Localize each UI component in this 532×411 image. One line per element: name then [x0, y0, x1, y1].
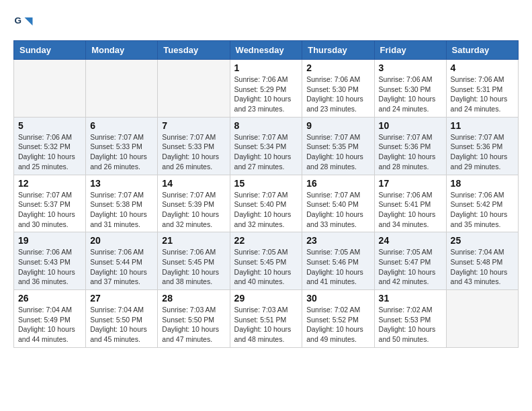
- day-number: 21: [162, 235, 225, 246]
- day-cell-28: 28Sunrise: 7:03 AM Sunset: 5:50 PM Dayli…: [158, 290, 230, 348]
- day-cell-5: 5Sunrise: 7:06 AM Sunset: 5:32 PM Daylig…: [14, 117, 86, 175]
- day-info: Sunrise: 7:06 AM Sunset: 5:31 PM Dayligh…: [451, 75, 514, 114]
- day-cell-18: 18Sunrise: 7:06 AM Sunset: 5:42 PM Dayli…: [446, 175, 518, 232]
- day-cell-26: 26Sunrise: 7:04 AM Sunset: 5:49 PM Dayli…: [14, 290, 86, 348]
- day-number: 23: [306, 235, 369, 246]
- weekday-header-thursday: Thursday: [302, 41, 374, 60]
- day-number: 5: [18, 120, 81, 131]
- day-info: Sunrise: 7:07 AM Sunset: 5:36 PM Dayligh…: [379, 132, 442, 172]
- day-info: Sunrise: 7:03 AM Sunset: 5:51 PM Dayligh…: [234, 305, 298, 345]
- day-info: Sunrise: 7:06 AM Sunset: 5:30 PM Dayligh…: [306, 75, 369, 114]
- day-number: 22: [234, 235, 298, 246]
- empty-cell: [86, 60, 158, 118]
- day-info: Sunrise: 7:05 AM Sunset: 5:47 PM Dayligh…: [379, 247, 442, 287]
- logo-icon: G: [13, 13, 34, 34]
- day-number: 3: [379, 62, 442, 73]
- day-number: 10: [379, 120, 442, 131]
- week-row-5: 26Sunrise: 7:04 AM Sunset: 5:49 PM Dayli…: [14, 290, 519, 348]
- day-info: Sunrise: 7:07 AM Sunset: 5:40 PM Dayligh…: [306, 190, 369, 230]
- day-number: 4: [451, 62, 514, 73]
- day-info: Sunrise: 7:07 AM Sunset: 5:36 PM Dayligh…: [451, 132, 514, 172]
- day-cell-7: 7Sunrise: 7:07 AM Sunset: 5:33 PM Daylig…: [158, 117, 230, 175]
- day-cell-21: 21Sunrise: 7:06 AM Sunset: 5:45 PM Dayli…: [158, 232, 230, 290]
- weekday-header-tuesday: Tuesday: [158, 41, 230, 60]
- calendar: SundayMondayTuesdayWednesdayThursdayFrid…: [13, 40, 519, 348]
- day-info: Sunrise: 7:02 AM Sunset: 5:53 PM Dayligh…: [379, 305, 442, 345]
- day-info: Sunrise: 7:06 AM Sunset: 5:44 PM Dayligh…: [90, 247, 153, 287]
- day-cell-6: 6Sunrise: 7:07 AM Sunset: 5:33 PM Daylig…: [86, 117, 158, 175]
- day-cell-10: 10Sunrise: 7:07 AM Sunset: 5:36 PM Dayli…: [374, 117, 446, 175]
- day-cell-9: 9Sunrise: 7:07 AM Sunset: 5:35 PM Daylig…: [302, 117, 374, 175]
- day-number: 17: [379, 178, 442, 189]
- day-info: Sunrise: 7:04 AM Sunset: 5:49 PM Dayligh…: [18, 305, 81, 345]
- day-info: Sunrise: 7:06 AM Sunset: 5:30 PM Dayligh…: [379, 75, 442, 114]
- day-cell-27: 27Sunrise: 7:04 AM Sunset: 5:50 PM Dayli…: [86, 290, 158, 348]
- logo: G: [13, 13, 36, 34]
- day-info: Sunrise: 7:07 AM Sunset: 5:38 PM Dayligh…: [90, 190, 153, 230]
- day-number: 16: [306, 178, 369, 189]
- day-cell-2: 2Sunrise: 7:06 AM Sunset: 5:30 PM Daylig…: [302, 60, 374, 118]
- day-number: 30: [306, 293, 369, 304]
- day-info: Sunrise: 7:07 AM Sunset: 5:35 PM Dayligh…: [306, 132, 369, 172]
- day-cell-12: 12Sunrise: 7:07 AM Sunset: 5:37 PM Dayli…: [14, 175, 86, 232]
- day-info: Sunrise: 7:07 AM Sunset: 5:34 PM Dayligh…: [234, 132, 298, 172]
- day-number: 13: [90, 178, 153, 189]
- day-number: 2: [306, 62, 369, 73]
- day-number: 25: [451, 235, 514, 246]
- day-number: 8: [234, 120, 298, 131]
- day-info: Sunrise: 7:06 AM Sunset: 5:42 PM Dayligh…: [451, 190, 514, 230]
- empty-cell: [446, 290, 518, 348]
- day-cell-16: 16Sunrise: 7:07 AM Sunset: 5:40 PM Dayli…: [302, 175, 374, 232]
- day-cell-17: 17Sunrise: 7:06 AM Sunset: 5:41 PM Dayli…: [374, 175, 446, 232]
- weekday-header-wednesday: Wednesday: [230, 41, 302, 60]
- day-cell-4: 4Sunrise: 7:06 AM Sunset: 5:31 PM Daylig…: [446, 60, 518, 118]
- day-cell-15: 15Sunrise: 7:07 AM Sunset: 5:40 PM Dayli…: [230, 175, 302, 232]
- day-number: 9: [306, 120, 369, 131]
- day-number: 12: [18, 178, 81, 189]
- day-cell-13: 13Sunrise: 7:07 AM Sunset: 5:38 PM Dayli…: [86, 175, 158, 232]
- day-cell-3: 3Sunrise: 7:06 AM Sunset: 5:30 PM Daylig…: [374, 60, 446, 118]
- day-number: 27: [90, 293, 153, 304]
- day-info: Sunrise: 7:04 AM Sunset: 5:48 PM Dayligh…: [451, 247, 514, 287]
- day-number: 6: [90, 120, 153, 131]
- weekday-header-row: SundayMondayTuesdayWednesdayThursdayFrid…: [14, 41, 519, 60]
- day-cell-11: 11Sunrise: 7:07 AM Sunset: 5:36 PM Dayli…: [446, 117, 518, 175]
- day-cell-14: 14Sunrise: 7:07 AM Sunset: 5:39 PM Dayli…: [158, 175, 230, 232]
- day-info: Sunrise: 7:06 AM Sunset: 5:32 PM Dayligh…: [18, 132, 81, 172]
- day-number: 20: [90, 235, 153, 246]
- day-info: Sunrise: 7:05 AM Sunset: 5:46 PM Dayligh…: [306, 247, 369, 287]
- day-info: Sunrise: 7:04 AM Sunset: 5:50 PM Dayligh…: [90, 305, 153, 345]
- week-row-1: 1Sunrise: 7:06 AM Sunset: 5:29 PM Daylig…: [14, 60, 519, 118]
- day-number: 11: [451, 120, 514, 131]
- day-info: Sunrise: 7:07 AM Sunset: 5:33 PM Dayligh…: [162, 132, 225, 172]
- empty-cell: [158, 60, 230, 118]
- day-info: Sunrise: 7:07 AM Sunset: 5:40 PM Dayligh…: [234, 190, 298, 230]
- day-cell-22: 22Sunrise: 7:05 AM Sunset: 5:45 PM Dayli…: [230, 232, 302, 290]
- day-info: Sunrise: 7:06 AM Sunset: 5:43 PM Dayligh…: [18, 247, 81, 287]
- day-info: Sunrise: 7:07 AM Sunset: 5:39 PM Dayligh…: [162, 190, 225, 230]
- day-cell-8: 8Sunrise: 7:07 AM Sunset: 5:34 PM Daylig…: [230, 117, 302, 175]
- day-cell-24: 24Sunrise: 7:05 AM Sunset: 5:47 PM Dayli…: [374, 232, 446, 290]
- day-number: 29: [234, 293, 298, 304]
- week-row-4: 19Sunrise: 7:06 AM Sunset: 5:43 PM Dayli…: [14, 232, 519, 290]
- day-number: 15: [234, 178, 298, 189]
- day-number: 19: [18, 235, 81, 246]
- day-cell-31: 31Sunrise: 7:02 AM Sunset: 5:53 PM Dayli…: [374, 290, 446, 348]
- day-info: Sunrise: 7:06 AM Sunset: 5:41 PM Dayligh…: [379, 190, 442, 230]
- day-number: 18: [451, 178, 514, 189]
- day-number: 7: [162, 120, 225, 131]
- week-row-3: 12Sunrise: 7:07 AM Sunset: 5:37 PM Dayli…: [14, 175, 519, 232]
- empty-cell: [14, 60, 86, 118]
- weekday-header-friday: Friday: [374, 41, 446, 60]
- day-cell-30: 30Sunrise: 7:02 AM Sunset: 5:52 PM Dayli…: [302, 290, 374, 348]
- weekday-header-sunday: Sunday: [14, 41, 86, 60]
- weekday-header-monday: Monday: [86, 41, 158, 60]
- day-cell-20: 20Sunrise: 7:06 AM Sunset: 5:44 PM Dayli…: [86, 232, 158, 290]
- day-cell-25: 25Sunrise: 7:04 AM Sunset: 5:48 PM Dayli…: [446, 232, 518, 290]
- day-number: 31: [379, 293, 442, 304]
- day-number: 26: [18, 293, 81, 304]
- day-cell-23: 23Sunrise: 7:05 AM Sunset: 5:46 PM Dayli…: [302, 232, 374, 290]
- day-info: Sunrise: 7:07 AM Sunset: 5:33 PM Dayligh…: [90, 132, 153, 172]
- day-cell-19: 19Sunrise: 7:06 AM Sunset: 5:43 PM Dayli…: [14, 232, 86, 290]
- day-info: Sunrise: 7:06 AM Sunset: 5:29 PM Dayligh…: [234, 75, 298, 114]
